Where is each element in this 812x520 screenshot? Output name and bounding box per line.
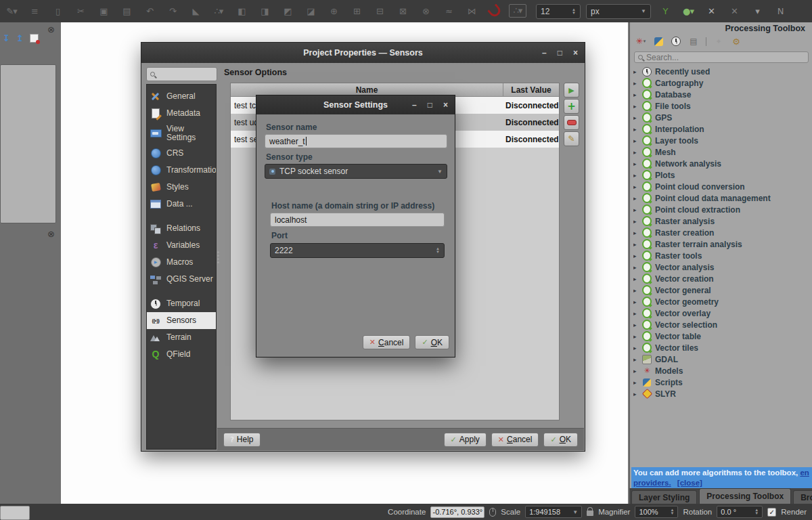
maximize-icon[interactable]: □ bbox=[428, 100, 432, 110]
toolbox-group[interactable]: ▸ Vector selection bbox=[633, 319, 811, 330]
spin-arrows-icon[interactable]: ▲▼ bbox=[670, 508, 674, 515]
toolbox-group[interactable]: ▸ Vector table bbox=[633, 330, 811, 342]
apply-button[interactable]: ✓Apply bbox=[444, 433, 487, 447]
expand-arrow-icon[interactable]: ▸ bbox=[633, 241, 639, 248]
toolbox-group[interactable]: ▸ Layer tools bbox=[633, 135, 811, 146]
scale-lock-icon[interactable] bbox=[587, 511, 593, 516]
reshape-features-icon[interactable]: ≈ bbox=[440, 4, 457, 19]
sensor-name-input[interactable]: weather_t bbox=[265, 134, 447, 148]
sidebar-item[interactable]: Data ... bbox=[147, 196, 216, 213]
expand-arrow-icon[interactable]: ▸ bbox=[633, 230, 639, 236]
close-icon[interactable]: × bbox=[443, 100, 448, 110]
sidebar-item[interactable]: CRS bbox=[147, 145, 216, 162]
toolbox-group[interactable]: ▸ Raster creation bbox=[633, 227, 811, 238]
expand-arrow-icon[interactable]: ▸ bbox=[633, 149, 639, 156]
toolbox-group[interactable]: ▸ Raster analysis bbox=[633, 215, 811, 227]
toolbox-group[interactable]: ▸ Raster terrain analysis bbox=[633, 238, 811, 250]
collapse-tree-icon[interactable]: ↥ bbox=[16, 33, 24, 43]
inplace-edit-icon[interactable] bbox=[713, 36, 724, 47]
magnifier-spinbox[interactable]: 100%▲▼ bbox=[635, 506, 678, 518]
stroke-width-spinbox[interactable]: 12 ▲▼ bbox=[536, 4, 581, 19]
results-viewer-icon[interactable] bbox=[688, 36, 699, 47]
toolbox-group[interactable]: ▸ GDAL bbox=[633, 353, 811, 365]
python-scripts-icon[interactable] bbox=[653, 36, 664, 47]
dock-tab[interactable]: Processing Toolbox bbox=[699, 488, 791, 504]
providers-link[interactable]: providers. bbox=[633, 479, 671, 487]
sidebar-item[interactable]: View Settings bbox=[147, 122, 216, 145]
toolbox-group[interactable]: ▸ Scripts bbox=[633, 376, 811, 388]
add-part-icon[interactable]: ⊞ bbox=[348, 4, 365, 19]
expand-arrow-icon[interactable]: ▸ bbox=[633, 322, 639, 328]
expand-arrow-icon[interactable]: ▸ bbox=[633, 195, 639, 202]
toolbox-group[interactable]: ▸ Vector geometry bbox=[633, 296, 811, 307]
spin-arrows-icon[interactable]: ▲▼ bbox=[572, 8, 576, 15]
stroke-unit-combo[interactable]: px ▼ bbox=[586, 4, 651, 19]
enable-providers-link[interactable]: en bbox=[800, 469, 809, 477]
toolbox-group[interactable]: ▸ SLYR bbox=[633, 388, 811, 399]
delete-ring-icon[interactable]: ⊠ bbox=[394, 4, 411, 19]
expand-arrow-icon[interactable]: ▸ bbox=[633, 253, 639, 259]
ok-button[interactable]: ✓OK bbox=[543, 433, 578, 447]
toolbox-group[interactable]: ▸ Point cloud conversion bbox=[633, 181, 811, 192]
sidebar-item[interactable]: Temporal bbox=[147, 295, 216, 312]
start-sensor-button[interactable] bbox=[564, 83, 579, 98]
expand-arrow-icon[interactable]: ▸ bbox=[633, 80, 639, 87]
remove-sensor-button[interactable] bbox=[564, 115, 579, 130]
dialog-titlebar[interactable]: Sensor Settings – □ × bbox=[256, 95, 455, 114]
expand-arrow-icon[interactable]: ▸ bbox=[633, 172, 639, 179]
minimize-icon[interactable]: – bbox=[542, 48, 547, 58]
toolbox-group[interactable]: ▸ Plots bbox=[633, 169, 811, 181]
sidebar-item[interactable]: Sensors bbox=[147, 312, 216, 329]
toolbox-group[interactable]: ▸ Recently used bbox=[633, 66, 811, 77]
cad-tools-icon[interactable]: ◣ bbox=[187, 4, 204, 19]
dock-tab[interactable]: Layer Styling bbox=[631, 490, 697, 504]
expand-arrow-icon[interactable]: ▸ bbox=[633, 68, 639, 75]
panel-close-icon[interactable]: ⊗ bbox=[46, 24, 56, 35]
sidebar-item[interactable]: Macros bbox=[147, 254, 216, 271]
sidebar-item[interactable]: Terrain bbox=[147, 329, 216, 346]
copy-move-features-icon[interactable]: ◨ bbox=[256, 4, 273, 19]
host-name-input[interactable]: localhost bbox=[270, 213, 445, 227]
cancel-button[interactable]: ✕Cancel bbox=[363, 335, 411, 349]
remove-layer-icon[interactable] bbox=[30, 34, 39, 43]
sidebar-item[interactable]: Variables bbox=[147, 237, 216, 254]
sidebar-item[interactable]: General bbox=[147, 88, 216, 105]
allow-edits-icon[interactable]: ≡ bbox=[26, 4, 43, 19]
toolbox-group[interactable]: ▸ Point cloud data management bbox=[633, 192, 811, 204]
expand-arrow-icon[interactable]: ▸ bbox=[633, 310, 639, 317]
toolbox-group[interactable]: ▸ File tools bbox=[633, 100, 811, 112]
minimize-icon[interactable]: – bbox=[412, 100, 417, 110]
sidebar-item[interactable]: QGIS Server bbox=[147, 271, 216, 288]
expand-arrow-icon[interactable]: ▸ bbox=[633, 218, 639, 225]
fill-ring-icon[interactable]: ⊟ bbox=[371, 4, 388, 19]
toolbar-separator[interactable] bbox=[706, 37, 706, 46]
render-checkbox[interactable]: ✓ bbox=[767, 508, 776, 517]
toolbox-group[interactable]: ▸ Vector analysis bbox=[633, 261, 811, 273]
tracing-toggle-icon[interactable]: Y bbox=[656, 4, 674, 19]
close-notification-link[interactable]: [close] bbox=[677, 479, 702, 487]
port-spinbox[interactable]: 2222 ▲▼ bbox=[270, 243, 445, 258]
expand-tree-icon[interactable]: ↧ bbox=[3, 33, 10, 43]
undo-icon[interactable]: ↶ bbox=[141, 4, 158, 19]
expand-arrow-icon[interactable]: ▸ bbox=[633, 333, 639, 340]
edit-tools-dropdown-icon[interactable]: ✎▾ bbox=[3, 4, 20, 19]
panel-close-icon[interactable]: ⊗ bbox=[46, 229, 56, 239]
curve-point-icon[interactable]: N bbox=[771, 4, 789, 19]
toolbox-group[interactable]: ▸ Raster tools bbox=[633, 250, 811, 261]
sensor-type-combo[interactable]: TCP socket sensor ▼ bbox=[265, 164, 447, 179]
add-ring-icon[interactable]: ⊕ bbox=[325, 4, 342, 19]
toolbox-group[interactable]: ▸ GPS bbox=[633, 112, 811, 123]
toolbox-group[interactable]: ▸ Models bbox=[633, 365, 811, 376]
copy-features-icon[interactable]: ▣ bbox=[95, 4, 112, 19]
properties-search-input[interactable] bbox=[158, 70, 205, 79]
delete-vertex-icon[interactable]: ✕ bbox=[702, 4, 720, 19]
move-features-dropdown-icon[interactable]: ∴▾ bbox=[210, 4, 227, 19]
expand-arrow-icon[interactable]: ▸ bbox=[633, 379, 639, 386]
toolbox-group[interactable]: ▸ Database bbox=[633, 89, 811, 100]
sidebar-item[interactable]: Transformations bbox=[147, 162, 216, 179]
minimized-dock-tab[interactable] bbox=[0, 506, 30, 520]
expand-arrow-icon[interactable]: ▸ bbox=[633, 207, 639, 213]
toolbox-group[interactable]: ▸ Vector overlay bbox=[633, 307, 811, 319]
sidebar-item[interactable]: Metadata bbox=[147, 105, 216, 122]
mouse-position-icon[interactable] bbox=[489, 508, 496, 517]
